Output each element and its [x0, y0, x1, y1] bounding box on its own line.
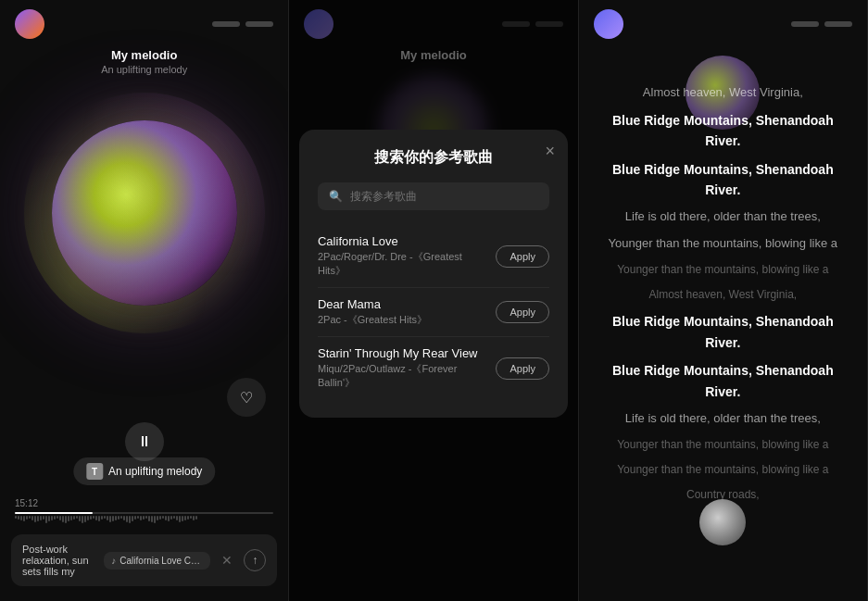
progress-bar[interactable] [15, 512, 273, 514]
waveform-bar [79, 516, 81, 521]
avatar-1 [15, 9, 44, 39]
waveform-bar [29, 516, 31, 519]
tag-text: An uplifting melody [108, 465, 202, 478]
lyric-line: Blue Ridge Mountains, Shenandoah River. [598, 360, 849, 402]
song-item: Dear Mama 2Pac -《Greatest Hits》 Apply [318, 288, 549, 337]
waveform-bar [84, 516, 86, 522]
panel-3-topbar [579, 0, 867, 48]
waveform-bar [107, 516, 108, 520]
t-icon: T [86, 463, 103, 480]
waveform-bar [40, 516, 42, 520]
lyric-line: Almost heaven, West Virginia, [598, 83, 849, 103]
tag-bubble: T An uplifting melody [73, 457, 215, 485]
notify-up-button[interactable]: ↑ [244, 549, 266, 571]
waveform-bar [70, 516, 72, 520]
avatar-3 [594, 9, 623, 39]
lyric-line: Life is old there, older than the trees, [598, 207, 849, 227]
orb-bottom [699, 499, 746, 545]
lyric-line: Blue Ridge Mountains, Shenandoah River. [598, 159, 849, 201]
waveform-bar [104, 516, 106, 519]
waveform-bar [134, 516, 136, 520]
apply-button-2[interactable]: Apply [496, 357, 549, 380]
waveform-bar [20, 516, 22, 520]
t-icon-text: T [92, 467, 97, 477]
music-icon: ♪ [111, 556, 116, 566]
notify-song: ♪ California Love California Lov... [104, 552, 210, 570]
modal-overlay: 搜索你的参考歌曲 × 🔍 California Love 2Pac/Roger/… [289, 0, 577, 601]
lyric-line: Younger than the mountains, blowing like… [598, 234, 849, 254]
progress-fill [15, 512, 93, 514]
song-title-2: Starin' Through My Rear View [318, 346, 486, 360]
waveform-bar [151, 516, 153, 522]
lyric-line: Life is old there, older than the trees, [598, 409, 849, 429]
waveform-bar [82, 516, 83, 523]
waveform-bar [140, 516, 142, 520]
waveform-bar [43, 516, 44, 520]
progress-time: 15:12 [15, 498, 273, 508]
waveform-bar [87, 516, 89, 520]
song-artist-2: Miqu/2Pac/Outlawz -《Forever Ballin'》 [318, 362, 486, 390]
waveform-bar [93, 516, 94, 519]
waveform-bar [90, 516, 92, 520]
orb-container-1 [52, 120, 237, 306]
dot-2 [245, 21, 273, 27]
dot-1 [212, 21, 240, 27]
waveform-bar [170, 516, 172, 520]
waveform-bar [157, 516, 158, 520]
waveform-bar [54, 516, 56, 520]
lyric-line: Blue Ridge Mountains, Shenandoah River. [598, 311, 849, 353]
modal-title: 搜索你的参考歌曲 [318, 148, 549, 168]
waveform-bar [187, 516, 189, 520]
waveform-bar [18, 516, 19, 520]
waveform-bar [182, 516, 183, 521]
waveform-bar [109, 516, 111, 522]
waveform-bar [145, 516, 147, 519]
heart-button[interactable]: ♡ [227, 378, 266, 417]
modal-close-button[interactable]: × [545, 143, 555, 159]
waveform-bar [34, 516, 36, 522]
song-title-1: Dear Mama [318, 297, 486, 311]
lyric-line: Younger than the mountains, blowing like… [598, 436, 849, 454]
waveform-bar [68, 516, 69, 521]
progress-area: 15:12 [15, 498, 273, 523]
music-orb-1 [52, 120, 237, 306]
waveform-bar [62, 516, 64, 522]
waveform-bar [76, 516, 78, 519]
notify-close-button[interactable]: ✕ [218, 551, 236, 570]
song-title-0: California Love [318, 234, 486, 248]
waveform-bar [168, 516, 170, 521]
song-artist-0: 2Pac/Roger/Dr. Dre -《Greatest Hits》 [318, 250, 486, 278]
waveform-bar [195, 516, 197, 520]
search-icon: 🔍 [329, 190, 343, 203]
dot-6 [824, 21, 852, 27]
dot-5 [791, 21, 819, 27]
waveform-bar [59, 516, 61, 520]
topbar-dots-1 [212, 21, 273, 27]
apply-button-1[interactable]: Apply [496, 301, 549, 323]
panel-1-title-area: My melodio An uplifting melody [0, 48, 288, 75]
waveform-bar [132, 516, 133, 521]
search-input[interactable] [350, 190, 538, 203]
waveform-bar [184, 516, 186, 520]
bottom-notify: Post-work relaxation, sun sets fills my … [11, 534, 277, 586]
waveform-bar [190, 516, 192, 519]
waveform-bar [162, 516, 164, 519]
panel-1-subtitle: An uplifting melody [0, 64, 288, 75]
play-pause-button[interactable]: ⏸ [125, 422, 164, 461]
waveform-bar [143, 516, 145, 520]
waveform-bar [65, 516, 67, 523]
waveform-bar [48, 516, 50, 521]
waveform-bar [57, 516, 58, 519]
apply-button-0[interactable]: Apply [496, 245, 549, 268]
lyric-line: Younger than the mountains, blowing like… [598, 261, 849, 279]
notify-text: Post-work relaxation, sun sets fills my [22, 544, 96, 577]
panel-1-topbar [0, 0, 288, 48]
waveform-bar [23, 516, 25, 521]
waveform-bar [101, 516, 103, 520]
song-info-0: California Love 2Pac/Roger/Dr. Dre -《Gre… [318, 234, 486, 278]
waveform-bar [120, 516, 122, 519]
song-item: California Love 2Pac/Roger/Dr. Dre -《Gre… [318, 225, 549, 288]
waveform-bar [26, 516, 28, 520]
waveform-bar [118, 516, 120, 520]
song-info-1: Dear Mama 2Pac -《Greatest Hits》 [318, 297, 486, 327]
